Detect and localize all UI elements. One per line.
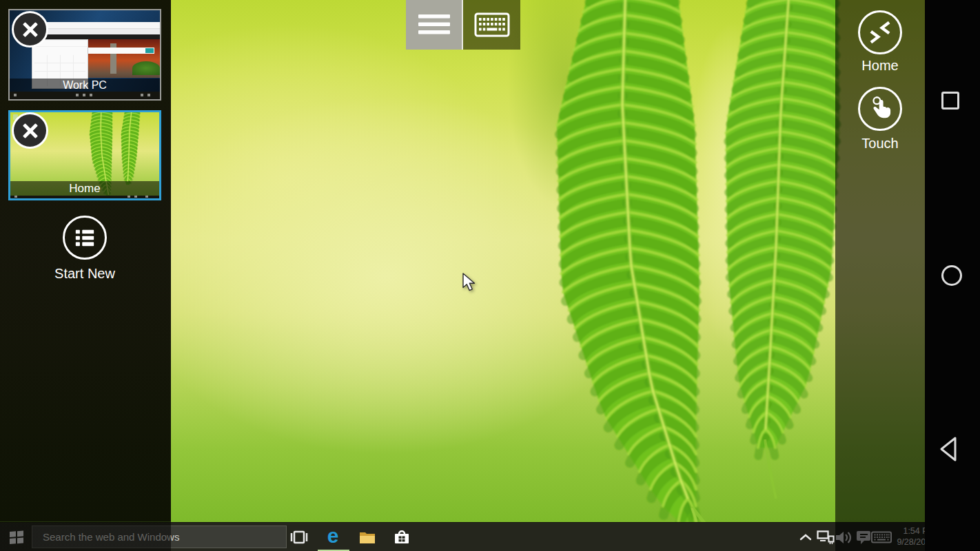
panels-toggle-button[interactable] [406, 0, 463, 50]
android-recents-button square-icon[interactable] [941, 92, 959, 110]
store-icon [391, 527, 412, 548]
edge-icon: e [327, 526, 339, 546]
home-session-button[interactable] [858, 10, 902, 54]
session-list-icon [74, 227, 96, 249]
connection-bar [406, 0, 520, 50]
remote-desktop-logo-icon [866, 18, 895, 47]
mini-taskbar [10, 196, 159, 198]
session-label: Work PC [10, 79, 160, 92]
task-view-button[interactable] [287, 523, 311, 551]
mini-taskbar [10, 92, 160, 99]
chevron-up-icon [799, 533, 812, 541]
network-icon [817, 530, 835, 545]
touch-mode-button[interactable] [858, 87, 902, 131]
task-view-icon [289, 527, 309, 548]
android-home-button circle-icon[interactable] [941, 265, 962, 286]
android-back-button back-triangle-icon[interactable] [939, 436, 961, 462]
session-label: Home [10, 181, 159, 196]
mouse-cursor [462, 273, 479, 292]
file-explorer-button[interactable] [356, 523, 379, 551]
start-new-session-button[interactable] [63, 216, 107, 260]
keyboard-icon [474, 12, 510, 37]
rd-client-screen: e [0, 0, 980, 551]
tray-network-button[interactable] [816, 523, 835, 551]
hamburger-icon [417, 11, 451, 39]
touch-pointer-icon [866, 94, 895, 123]
start-new-label: Start New [30, 266, 140, 282]
close-session-home-button[interactable] [12, 112, 48, 149]
keyboard-toggle-button[interactable] [463, 0, 520, 50]
touch-button-label: Touch [835, 136, 925, 152]
close-session-work-pc-button[interactable] [12, 11, 48, 48]
edge-button[interactable]: e [321, 523, 345, 551]
file-explorer-icon [357, 527, 378, 548]
store-button[interactable] [390, 523, 414, 551]
tray-expand-button[interactable] [797, 523, 814, 551]
connection-center-panel: Work PC Home [0, 0, 171, 551]
home-button-label: Home [835, 58, 925, 74]
side-toolbar-overlay: Home Touch [835, 0, 925, 551]
